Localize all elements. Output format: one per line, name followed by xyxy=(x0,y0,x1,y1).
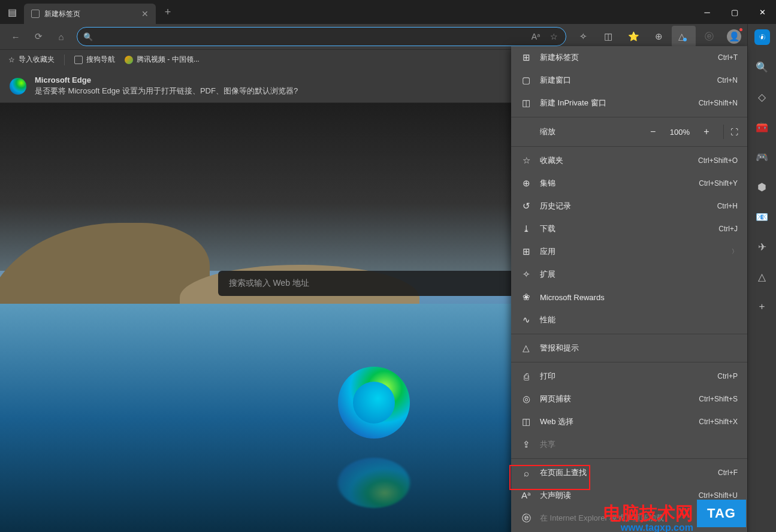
favorites-icon[interactable]: ⭐ xyxy=(621,26,645,47)
menu-item[interactable]: ◫新建 InPrivate 窗口Ctrl+Shift+N xyxy=(511,92,747,114)
menu-item-icon: ⌕ xyxy=(521,468,532,478)
zoom-label: 缩放 xyxy=(540,126,638,137)
menu-item[interactable]: ⤓下载Ctrl+J xyxy=(511,217,747,240)
menu-item[interactable]: ◫Web 选择Ctrl+Shift+X xyxy=(511,410,747,433)
menu-item[interactable]: ❀Microsoft Rewards xyxy=(511,286,747,309)
search-sidebar-icon[interactable]: 🔍 xyxy=(753,58,772,77)
ntp-search-box[interactable]: 搜索或输入 Web 地址 xyxy=(218,271,530,296)
maximize-button[interactable]: ▢ xyxy=(721,0,748,24)
zoom-in-button[interactable]: + xyxy=(699,126,714,137)
browser-tab[interactable]: 新建标签页 ✕ xyxy=(24,4,156,24)
menu-item-label: 收藏夹 xyxy=(540,155,690,166)
read-aloud-icon[interactable]: Aᵃ xyxy=(530,31,542,43)
menu-item[interactable]: ⎙打印Ctrl+P xyxy=(511,365,747,388)
menu-item-label: 在页面上查找 xyxy=(540,467,709,478)
edge-logo-reflection xyxy=(338,458,410,508)
close-window-button[interactable]: ✕ xyxy=(748,0,776,24)
menu-item-icon: ⊞ xyxy=(521,246,532,257)
close-tab-icon[interactable]: ✕ xyxy=(141,9,149,19)
bookmark-item[interactable]: 搜狗导航 xyxy=(74,55,115,65)
back-button[interactable]: ← xyxy=(5,26,26,47)
tools-icon[interactable]: 🧰 xyxy=(753,117,772,137)
menu-item-icon: ⇪ xyxy=(521,439,532,450)
favorite-star-icon[interactable]: ☆ xyxy=(548,31,560,43)
new-tab-button[interactable]: + xyxy=(158,6,177,19)
menu-separator xyxy=(511,458,747,459)
menu-separator xyxy=(511,334,747,334)
page-icon xyxy=(74,56,83,64)
menu-item-icon: ◎ xyxy=(521,394,532,404)
menu-item-label: 新建 InPrivate 窗口 xyxy=(540,98,690,108)
menu-item[interactable]: ∿性能 xyxy=(511,309,747,331)
menu-item[interactable]: ⊕集锦Ctrl+Shift+Y xyxy=(511,172,747,195)
bing-chat-icon[interactable]: b xyxy=(753,28,772,47)
menu-item-label: 应用 xyxy=(540,246,723,257)
menu-item[interactable]: ✧扩展 xyxy=(511,263,747,286)
refresh-button[interactable]: ⟳ xyxy=(28,26,49,47)
address-bar[interactable]: 🔍 Aᵃ ☆ xyxy=(77,27,566,46)
bookmark-item[interactable]: 腾讯视频 - 中国领... xyxy=(125,55,200,65)
microsoft365-icon[interactable]: ⬢ xyxy=(753,177,772,197)
notifications-icon[interactable]: △ xyxy=(672,26,696,47)
watermark-badge: TAG xyxy=(697,500,746,527)
menu-item-label: 新建标签页 xyxy=(540,52,709,63)
menu-item-label: 集锦 xyxy=(540,178,690,189)
send-icon[interactable]: ✈ xyxy=(753,237,772,256)
menu-item-icon: ⊕ xyxy=(521,178,532,189)
edge-logo-icon xyxy=(10,78,26,95)
menu-item[interactable]: ⌕在页面上查找Ctrl+F xyxy=(511,461,747,484)
search-placeholder: 搜索或输入 Web 地址 xyxy=(229,278,309,289)
home-button[interactable]: ⌂ xyxy=(50,26,72,47)
menu-item-label: 下载 xyxy=(540,223,710,234)
menu-item[interactable]: ⊞新建标签页Ctrl+T xyxy=(511,46,747,69)
menu-separator xyxy=(511,117,747,117)
games-icon[interactable]: 🎮 xyxy=(753,147,772,167)
menu-item-icon: Aᵃ xyxy=(521,490,532,501)
tencent-video-icon xyxy=(125,56,133,64)
right-sidebar: b 🔍 ◇ 🧰 🎮 ⬢ 📧 ✈ △ + xyxy=(747,24,776,532)
outlook-icon[interactable]: 📧 xyxy=(753,207,772,226)
menu-shortcut: Ctrl+Shift+X xyxy=(699,418,738,426)
shopping-icon[interactable]: ◇ xyxy=(753,87,772,107)
collections-icon[interactable]: ⊕ xyxy=(647,26,671,47)
menu-item-icon: ❀ xyxy=(521,292,532,303)
menu-item-label: 打印 xyxy=(540,371,709,382)
zoom-value: 100% xyxy=(670,128,690,137)
menu-item-label: 共享 xyxy=(540,439,738,450)
tab-strip-button[interactable]: ▤ xyxy=(0,0,24,24)
alert-icon[interactable]: △ xyxy=(753,267,772,286)
menu-item[interactable]: ◎网页捕获Ctrl+Shift+S xyxy=(511,388,747,410)
menu-item[interactable]: ☆收藏夹Ctrl+Shift+O xyxy=(511,149,747,172)
split-screen-icon[interactable]: ◫ xyxy=(596,26,620,47)
menu-shortcut: Ctrl+J xyxy=(718,225,738,233)
menu-item[interactable]: ↺历史记录Ctrl+H xyxy=(511,195,747,217)
minimize-button[interactable]: ─ xyxy=(693,0,721,24)
menu-item-icon: ◫ xyxy=(521,98,532,108)
separator xyxy=(64,55,65,65)
extensions-icon[interactable]: ✧ xyxy=(571,26,595,47)
ie-mode-icon[interactable]: ⓔ xyxy=(697,26,721,47)
menu-item-label: 新建窗口 xyxy=(540,75,709,86)
menu-item-label: 扩展 xyxy=(540,269,738,280)
profile-icon[interactable]: 👤 xyxy=(722,26,746,47)
menu-item-label: Microsoft Rewards xyxy=(540,293,738,302)
banner-message: 是否要将 Microsoft Edge 设置为用于打开链接、PDF、图像等的默认… xyxy=(35,86,298,96)
menu-item[interactable]: ⊞应用〉 xyxy=(511,240,747,263)
add-sidebar-icon[interactable]: + xyxy=(753,297,772,316)
menu-item-label: 网页捕获 xyxy=(540,394,690,404)
import-favorites-button[interactable]: ☆ 导入收藏夹 xyxy=(8,55,55,65)
menu-shortcut: Ctrl+N xyxy=(717,76,738,84)
banner-title: Microsoft Edge xyxy=(35,75,298,84)
menu-item-icon: △ xyxy=(521,343,532,353)
chevron-right-icon: 〉 xyxy=(732,247,738,256)
menu-item-icon: ⎙ xyxy=(521,371,532,382)
menu-separator xyxy=(511,146,747,147)
fullscreen-button[interactable]: ⛶ xyxy=(723,125,738,139)
search-icon: 🔍 xyxy=(83,32,93,41)
menu-item[interactable]: ▢新建窗口Ctrl+N xyxy=(511,69,747,92)
menu-item[interactable]: △警报和提示 xyxy=(511,337,747,359)
edge-logo-large xyxy=(338,367,410,439)
zoom-out-button[interactable]: − xyxy=(646,126,660,137)
menu-shortcut: Ctrl+F xyxy=(718,468,738,477)
tab-title: 新建标签页 xyxy=(44,9,137,19)
